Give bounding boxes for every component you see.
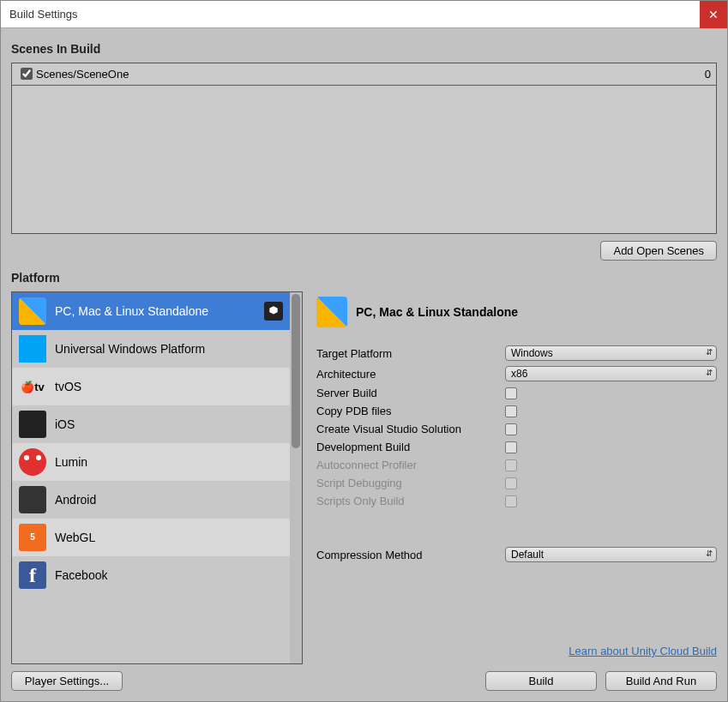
dev-build-checkbox[interactable] <box>505 441 517 453</box>
ios-icon <box>19 411 46 438</box>
scripts-only-checkbox <box>505 495 517 507</box>
setting-script-debug: Script Debugging <box>316 474 717 492</box>
platform-items: PC, Mac & Linux Standalone Universal Win… <box>12 292 290 663</box>
close-button[interactable]: ✕ <box>700 1 727 28</box>
build-settings-window: Build Settings ✕ Scenes In Build Scenes/… <box>0 0 728 702</box>
window-title: Build Settings <box>9 8 700 21</box>
scene-row[interactable]: Scenes/SceneOne 0 <box>12 63 716 86</box>
platform-name: Facebook <box>55 568 107 582</box>
platform-item-android[interactable]: Android <box>12 481 290 519</box>
close-icon: ✕ <box>708 8 719 21</box>
webgl-icon: 5 <box>19 524 46 551</box>
autoconnect-checkbox <box>505 459 517 471</box>
platform-name: Android <box>55 493 96 507</box>
scene-path: Scenes/SceneOne <box>36 68 705 81</box>
content: Scenes In Build Scenes/SceneOne 0 Add Op… <box>1 28 727 701</box>
platform-item-lumin[interactable]: Lumin <box>12 443 290 481</box>
platform-scrollbar[interactable] <box>290 292 302 663</box>
settings-header: PC, Mac & Linux Standalone <box>316 291 717 343</box>
setting-dev-build: Development Build <box>316 438 717 456</box>
build-button[interactable]: Build <box>485 671 597 691</box>
titlebar: Build Settings ✕ <box>1 1 727 28</box>
scene-checkbox[interactable] <box>21 68 33 80</box>
platform-name: tvOS <box>55 380 81 393</box>
platform-name: Universal Windows Platform <box>55 342 205 356</box>
platform-item-standalone[interactable]: PC, Mac & Linux Standalone <box>12 292 290 330</box>
player-settings-button[interactable]: Player Settings... <box>11 671 123 691</box>
platform-name: PC, Mac & Linux Standalone <box>55 304 208 318</box>
compression-select[interactable]: Default <box>505 547 717 562</box>
setting-target-platform: Target Platform Windows <box>316 343 717 363</box>
setting-vs-solution: Create Visual Studio Solution <box>316 420 717 438</box>
platform-item-uwp[interactable]: Universal Windows Platform <box>12 330 290 368</box>
cloud-build-link[interactable]: Learn about Unity Cloud Build <box>316 645 717 657</box>
bottom-buttons: Player Settings... Build Build And Run <box>11 671 717 691</box>
scrollbar-thumb[interactable] <box>292 294 300 448</box>
build-and-run-button[interactable]: Build And Run <box>605 671 717 691</box>
setting-compression: Compression Method Default <box>316 544 717 565</box>
platform-list[interactable]: PC, Mac & Linux Standalone Universal Win… <box>11 291 303 664</box>
add-open-scenes-button[interactable]: Add Open Scenes <box>600 241 717 261</box>
platform-item-tvos[interactable]: 🍎tv tvOS <box>12 368 290 405</box>
platform-item-facebook[interactable]: f Facebook <box>12 556 290 594</box>
platform-name: Lumin <box>55 455 87 469</box>
setting-copy-pdb: Copy PDB files <box>316 402 717 420</box>
tvos-icon: 🍎tv <box>19 373 46 400</box>
setting-autoconnect: Autoconnect Profiler <box>316 456 717 474</box>
pc-icon <box>316 297 347 327</box>
scenes-label: Scenes In Build <box>11 42 717 56</box>
vs-solution-checkbox[interactable] <box>505 423 517 435</box>
windows-icon <box>19 335 46 363</box>
platform-item-webgl[interactable]: 5 WebGL <box>12 519 290 556</box>
settings-column: PC, Mac & Linux Standalone Target Platfo… <box>316 291 717 664</box>
platform-label: Platform <box>11 271 717 285</box>
settings-title: PC, Mac & Linux Standalone <box>356 305 518 319</box>
scene-index: 0 <box>705 68 711 81</box>
scenes-list[interactable]: Scenes/SceneOne 0 <box>11 63 717 234</box>
setting-scripts-only: Scripts Only Build <box>316 492 717 510</box>
server-build-checkbox[interactable] <box>505 387 517 399</box>
setting-server-build: Server Build <box>316 384 717 402</box>
pc-icon <box>19 297 46 325</box>
script-debug-checkbox <box>505 477 517 489</box>
facebook-icon: f <box>19 561 46 589</box>
unity-badge-icon <box>264 302 283 321</box>
lower-area: PC, Mac & Linux Standalone Universal Win… <box>11 291 717 664</box>
setting-architecture: Architecture x86 <box>316 363 717 384</box>
copy-pdb-checkbox[interactable] <box>505 405 517 417</box>
platform-item-ios[interactable]: iOS <box>12 405 290 443</box>
android-icon <box>19 486 46 513</box>
architecture-select[interactable]: x86 <box>505 366 717 381</box>
target-platform-select[interactable]: Windows <box>505 345 717 361</box>
platform-name: iOS <box>55 417 75 431</box>
lumin-icon <box>19 448 46 476</box>
platform-name: WebGL <box>55 531 95 544</box>
platform-column: PC, Mac & Linux Standalone Universal Win… <box>11 291 303 664</box>
